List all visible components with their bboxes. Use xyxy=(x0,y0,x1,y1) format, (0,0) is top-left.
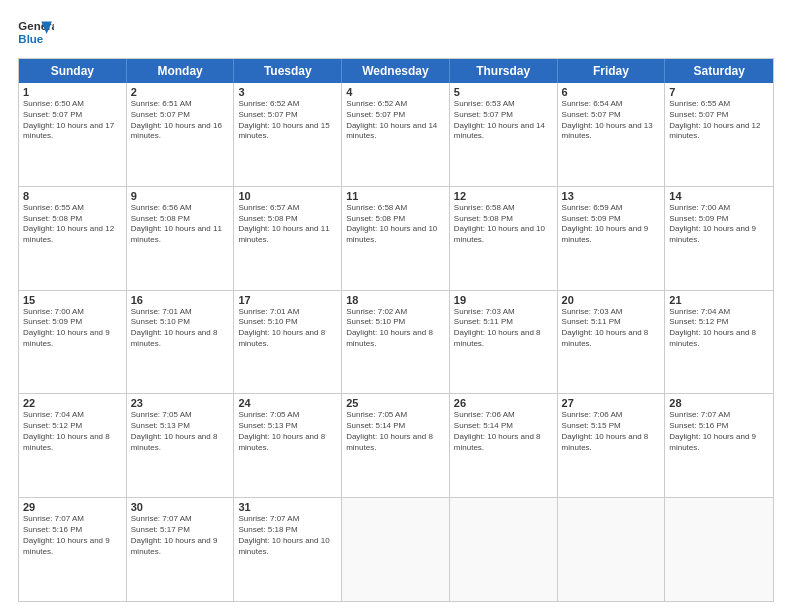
calendar: SundayMondayTuesdayWednesdayThursdayFrid… xyxy=(18,58,774,602)
calendar-cell: 4Sunrise: 6:52 AMSunset: 5:07 PMDaylight… xyxy=(342,83,450,186)
cell-text: Sunrise: 7:05 AMSunset: 5:14 PMDaylight:… xyxy=(346,410,445,453)
day-number: 19 xyxy=(454,294,553,306)
calendar-cell: 29Sunrise: 7:07 AMSunset: 5:16 PMDayligh… xyxy=(19,498,127,601)
calendar-body: 1Sunrise: 6:50 AMSunset: 5:07 PMDaylight… xyxy=(19,83,773,601)
cell-text: Sunrise: 7:02 AMSunset: 5:10 PMDaylight:… xyxy=(346,307,445,350)
day-number: 31 xyxy=(238,501,337,513)
cell-text: Sunrise: 6:55 AMSunset: 5:08 PMDaylight:… xyxy=(23,203,122,246)
header: General Blue xyxy=(18,18,774,48)
calendar-cell: 3Sunrise: 6:52 AMSunset: 5:07 PMDaylight… xyxy=(234,83,342,186)
cell-text: Sunrise: 6:55 AMSunset: 5:07 PMDaylight:… xyxy=(669,99,769,142)
cell-text: Sunrise: 6:50 AMSunset: 5:07 PMDaylight:… xyxy=(23,99,122,142)
day-number: 20 xyxy=(562,294,661,306)
calendar-cell: 7Sunrise: 6:55 AMSunset: 5:07 PMDaylight… xyxy=(665,83,773,186)
day-number: 12 xyxy=(454,190,553,202)
calendar-row: 15Sunrise: 7:00 AMSunset: 5:09 PMDayligh… xyxy=(19,291,773,395)
calendar-cell: 15Sunrise: 7:00 AMSunset: 5:09 PMDayligh… xyxy=(19,291,127,394)
day-number: 17 xyxy=(238,294,337,306)
calendar-cell: 20Sunrise: 7:03 AMSunset: 5:11 PMDayligh… xyxy=(558,291,666,394)
cell-text: Sunrise: 7:01 AMSunset: 5:10 PMDaylight:… xyxy=(238,307,337,350)
day-number: 27 xyxy=(562,397,661,409)
cell-text: Sunrise: 6:56 AMSunset: 5:08 PMDaylight:… xyxy=(131,203,230,246)
day-number: 28 xyxy=(669,397,769,409)
calendar-cell: 1Sunrise: 6:50 AMSunset: 5:07 PMDaylight… xyxy=(19,83,127,186)
cell-text: Sunrise: 7:06 AMSunset: 5:15 PMDaylight:… xyxy=(562,410,661,453)
calendar-row: 22Sunrise: 7:04 AMSunset: 5:12 PMDayligh… xyxy=(19,394,773,498)
cell-text: Sunrise: 7:03 AMSunset: 5:11 PMDaylight:… xyxy=(454,307,553,350)
day-number: 5 xyxy=(454,86,553,98)
cell-text: Sunrise: 7:04 AMSunset: 5:12 PMDaylight:… xyxy=(23,410,122,453)
cell-text: Sunrise: 7:07 AMSunset: 5:17 PMDaylight:… xyxy=(131,514,230,557)
calendar-cell: 6Sunrise: 6:54 AMSunset: 5:07 PMDaylight… xyxy=(558,83,666,186)
weekday-header: Thursday xyxy=(450,59,558,83)
calendar-cell: 21Sunrise: 7:04 AMSunset: 5:12 PMDayligh… xyxy=(665,291,773,394)
svg-text:Blue: Blue xyxy=(18,33,43,45)
calendar-cell: 2Sunrise: 6:51 AMSunset: 5:07 PMDaylight… xyxy=(127,83,235,186)
calendar-cell: 5Sunrise: 6:53 AMSunset: 5:07 PMDaylight… xyxy=(450,83,558,186)
cell-text: Sunrise: 6:51 AMSunset: 5:07 PMDaylight:… xyxy=(131,99,230,142)
calendar-cell: 10Sunrise: 6:57 AMSunset: 5:08 PMDayligh… xyxy=(234,187,342,290)
weekday-header: Friday xyxy=(558,59,666,83)
day-number: 16 xyxy=(131,294,230,306)
cell-text: Sunrise: 7:07 AMSunset: 5:16 PMDaylight:… xyxy=(669,410,769,453)
cell-text: Sunrise: 6:53 AMSunset: 5:07 PMDaylight:… xyxy=(454,99,553,142)
calendar-cell: 11Sunrise: 6:58 AMSunset: 5:08 PMDayligh… xyxy=(342,187,450,290)
calendar-cell: 9Sunrise: 6:56 AMSunset: 5:08 PMDaylight… xyxy=(127,187,235,290)
day-number: 30 xyxy=(131,501,230,513)
logo-icon: General Blue xyxy=(18,18,54,48)
calendar-cell: 22Sunrise: 7:04 AMSunset: 5:12 PMDayligh… xyxy=(19,394,127,497)
calendar-cell: 8Sunrise: 6:55 AMSunset: 5:08 PMDaylight… xyxy=(19,187,127,290)
calendar-row: 29Sunrise: 7:07 AMSunset: 5:16 PMDayligh… xyxy=(19,498,773,601)
page: General Blue SundayMondayTuesdayWednesda… xyxy=(0,0,792,612)
calendar-cell-empty xyxy=(450,498,558,601)
cell-text: Sunrise: 7:05 AMSunset: 5:13 PMDaylight:… xyxy=(238,410,337,453)
calendar-row: 8Sunrise: 6:55 AMSunset: 5:08 PMDaylight… xyxy=(19,187,773,291)
day-number: 3 xyxy=(238,86,337,98)
logo: General Blue xyxy=(18,18,54,48)
calendar-cell: 24Sunrise: 7:05 AMSunset: 5:13 PMDayligh… xyxy=(234,394,342,497)
day-number: 22 xyxy=(23,397,122,409)
weekday-header: Saturday xyxy=(665,59,773,83)
weekday-header: Tuesday xyxy=(234,59,342,83)
day-number: 6 xyxy=(562,86,661,98)
weekday-header: Sunday xyxy=(19,59,127,83)
cell-text: Sunrise: 7:07 AMSunset: 5:16 PMDaylight:… xyxy=(23,514,122,557)
day-number: 13 xyxy=(562,190,661,202)
day-number: 4 xyxy=(346,86,445,98)
cell-text: Sunrise: 7:04 AMSunset: 5:12 PMDaylight:… xyxy=(669,307,769,350)
cell-text: Sunrise: 6:58 AMSunset: 5:08 PMDaylight:… xyxy=(346,203,445,246)
cell-text: Sunrise: 6:59 AMSunset: 5:09 PMDaylight:… xyxy=(562,203,661,246)
day-number: 24 xyxy=(238,397,337,409)
calendar-cell: 18Sunrise: 7:02 AMSunset: 5:10 PMDayligh… xyxy=(342,291,450,394)
day-number: 14 xyxy=(669,190,769,202)
cell-text: Sunrise: 6:58 AMSunset: 5:08 PMDaylight:… xyxy=(454,203,553,246)
calendar-cell: 12Sunrise: 6:58 AMSunset: 5:08 PMDayligh… xyxy=(450,187,558,290)
cell-text: Sunrise: 7:01 AMSunset: 5:10 PMDaylight:… xyxy=(131,307,230,350)
cell-text: Sunrise: 6:54 AMSunset: 5:07 PMDaylight:… xyxy=(562,99,661,142)
calendar-cell: 23Sunrise: 7:05 AMSunset: 5:13 PMDayligh… xyxy=(127,394,235,497)
calendar-cell: 19Sunrise: 7:03 AMSunset: 5:11 PMDayligh… xyxy=(450,291,558,394)
calendar-header: SundayMondayTuesdayWednesdayThursdayFrid… xyxy=(19,59,773,83)
day-number: 8 xyxy=(23,190,122,202)
day-number: 29 xyxy=(23,501,122,513)
cell-text: Sunrise: 7:00 AMSunset: 5:09 PMDaylight:… xyxy=(669,203,769,246)
cell-text: Sunrise: 7:07 AMSunset: 5:18 PMDaylight:… xyxy=(238,514,337,557)
calendar-cell: 27Sunrise: 7:06 AMSunset: 5:15 PMDayligh… xyxy=(558,394,666,497)
calendar-cell: 17Sunrise: 7:01 AMSunset: 5:10 PMDayligh… xyxy=(234,291,342,394)
day-number: 7 xyxy=(669,86,769,98)
cell-text: Sunrise: 6:52 AMSunset: 5:07 PMDaylight:… xyxy=(238,99,337,142)
day-number: 25 xyxy=(346,397,445,409)
cell-text: Sunrise: 7:00 AMSunset: 5:09 PMDaylight:… xyxy=(23,307,122,350)
weekday-header: Monday xyxy=(127,59,235,83)
cell-text: Sunrise: 6:57 AMSunset: 5:08 PMDaylight:… xyxy=(238,203,337,246)
weekday-header: Wednesday xyxy=(342,59,450,83)
day-number: 23 xyxy=(131,397,230,409)
calendar-cell: 16Sunrise: 7:01 AMSunset: 5:10 PMDayligh… xyxy=(127,291,235,394)
calendar-cell: 25Sunrise: 7:05 AMSunset: 5:14 PMDayligh… xyxy=(342,394,450,497)
cell-text: Sunrise: 7:03 AMSunset: 5:11 PMDaylight:… xyxy=(562,307,661,350)
day-number: 10 xyxy=(238,190,337,202)
day-number: 26 xyxy=(454,397,553,409)
cell-text: Sunrise: 6:52 AMSunset: 5:07 PMDaylight:… xyxy=(346,99,445,142)
calendar-cell-empty xyxy=(558,498,666,601)
day-number: 11 xyxy=(346,190,445,202)
